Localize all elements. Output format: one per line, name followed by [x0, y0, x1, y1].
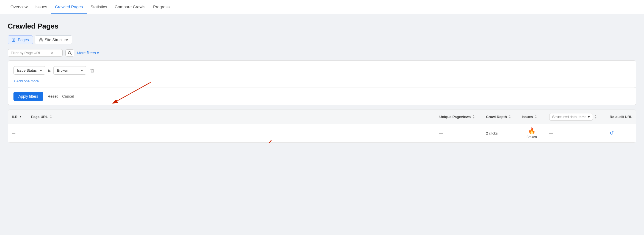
tab-pages-label: Pages: [18, 38, 29, 42]
depth-sort-arrows[interactable]: ▲ ▼: [509, 114, 511, 119]
nav-issues[interactable]: Issues: [32, 0, 51, 14]
delete-filter-button[interactable]: [89, 67, 96, 74]
search-icon: [68, 51, 72, 55]
pageviews-sort-arrows[interactable]: ▲ ▼: [473, 114, 475, 119]
tab-site-structure-label: Site Structure: [45, 38, 68, 42]
issues-sort-arrows[interactable]: ▲ ▼: [535, 114, 537, 119]
nav-statistics[interactable]: Statistics: [87, 0, 111, 14]
sort-arrow-up: ▲: [535, 114, 537, 117]
site-structure-icon: [39, 38, 43, 42]
url-filter-input[interactable]: [11, 51, 49, 55]
search-button[interactable]: [65, 49, 74, 57]
broken-label: Broken: [526, 135, 537, 139]
trash-icon: [90, 68, 95, 73]
td-reaudit[interactable]: ↺: [606, 127, 636, 139]
cancel-filters-button[interactable]: Cancel: [62, 94, 74, 99]
broken-status-badge: 🔥 Broken: [526, 127, 537, 139]
chevron-down-icon: ▾: [97, 51, 99, 55]
filter-panel: Issue Status is Broken + Add: [8, 60, 636, 88]
td-issues: 🔥 Broken: [518, 124, 545, 142]
filter-actions: Apply filters Reset Cancel: [8, 88, 636, 105]
td-ilr: —: [8, 128, 27, 139]
td-structured: —: [545, 128, 606, 139]
tab-site-structure[interactable]: Site Structure: [35, 35, 72, 44]
nav-crawled-pages[interactable]: Crawled Pages: [51, 0, 87, 14]
svg-line-12: [71, 54, 72, 55]
url-filter-input-wrap[interactable]: ✕: [8, 49, 63, 57]
more-filters-button[interactable]: More filters ▾: [77, 51, 99, 55]
table-row: — — 2 clicks 🔥 Broken: [8, 124, 636, 142]
chevron-down-icon: ▾: [588, 115, 590, 119]
nav-progress[interactable]: Progress: [149, 0, 173, 14]
sort-arrow-down: ▼: [473, 117, 475, 119]
th-structured-data[interactable]: Structured data Items ▾ ▲ ▼: [545, 110, 606, 124]
th-unique-pageviews[interactable]: Unique Pageviews ▲ ▼: [435, 111, 482, 122]
filter-bar: ✕ More filters ▾: [8, 49, 636, 57]
th-reaudit-url: Re-audit URL: [606, 111, 636, 122]
clear-filter-icon[interactable]: ✕: [51, 51, 54, 55]
filter-operator-label: is: [48, 68, 51, 72]
svg-rect-6: [42, 40, 43, 41]
filter-condition-row: Issue Status is Broken: [13, 66, 631, 75]
svg-rect-13: [91, 70, 94, 72]
top-navigation: Overview Issues Crawled Pages Statistics…: [0, 0, 644, 14]
sort-arrow-down: ▼: [509, 117, 511, 119]
ilr-sort-arrows[interactable]: ▼: [20, 116, 22, 118]
sort-arrow-down: ▼: [535, 117, 537, 119]
td-depth: 2 clicks: [482, 128, 518, 139]
add-more-filter-button[interactable]: + Add one more: [13, 79, 39, 83]
th-issues[interactable]: Issues ▲ ▼: [518, 111, 545, 122]
svg-rect-4: [40, 38, 41, 39]
fire-icon: 🔥: [528, 127, 535, 135]
reaudit-icon[interactable]: ↺: [610, 130, 614, 136]
sort-arrow-up: ▲: [595, 114, 597, 117]
sort-arrow-up: ▲: [509, 114, 511, 117]
th-crawl-depth[interactable]: Crawl Depth ▲ ▼: [482, 111, 518, 122]
nav-overview[interactable]: Overview: [7, 0, 32, 14]
sort-arrow-down: ▼: [50, 117, 52, 119]
tab-pages[interactable]: Pages: [8, 35, 33, 44]
add-more-label: + Add one more: [13, 79, 39, 83]
reset-filters-button[interactable]: Reset: [48, 94, 58, 99]
filter-type-select[interactable]: Issue Status: [13, 66, 45, 75]
svg-rect-5: [39, 40, 40, 41]
pages-icon: [12, 38, 16, 42]
td-pageviews: —: [435, 128, 482, 139]
structured-sort-arrows[interactable]: ▲ ▼: [595, 114, 597, 119]
url-sort-arrows[interactable]: ▲ ▼: [50, 114, 52, 119]
td-url: [27, 130, 435, 136]
sort-arrow-down: ▼: [20, 116, 22, 118]
sort-arrow-down: ▼: [595, 117, 597, 119]
view-tabs: Pages Site Structure: [8, 35, 636, 44]
table-header: ILR ▼ Page URL ▲ ▼ Unique Pageviews ▲: [8, 110, 636, 124]
th-page-url[interactable]: Page URL ▲ ▼: [27, 111, 435, 122]
th-ilr[interactable]: ILR ▼: [8, 111, 27, 122]
sort-arrow-up: ▲: [50, 114, 52, 117]
results-table: ILR ▼ Page URL ▲ ▼ Unique Pageviews ▲: [8, 110, 636, 143]
structured-data-dropdown[interactable]: Structured data Items ▾: [549, 113, 593, 121]
nav-compare-crawls[interactable]: Compare Crawls: [111, 0, 149, 14]
filter-value-select[interactable]: Broken: [53, 66, 86, 75]
page-title: Crawled Pages: [8, 22, 636, 30]
sort-arrow-up: ▲: [473, 114, 475, 117]
apply-filters-button[interactable]: Apply filters: [13, 92, 43, 101]
